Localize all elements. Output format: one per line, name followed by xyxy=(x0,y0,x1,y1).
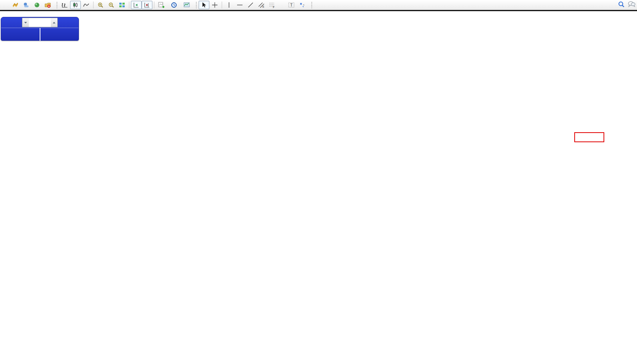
autotrading-icon xyxy=(45,2,51,8)
trendline-tool-button[interactable] xyxy=(245,1,256,9)
sell-price[interactable] xyxy=(1,28,40,41)
arrows-tool-button[interactable] xyxy=(297,1,309,9)
auto-scroll-button[interactable] xyxy=(131,1,142,9)
navigator-icon xyxy=(34,2,40,8)
zoom-out-icon xyxy=(108,2,114,8)
auto-scroll-icon xyxy=(133,2,139,8)
tile-windows-icon xyxy=(119,2,125,8)
crosshair-tool-button[interactable] xyxy=(209,1,220,9)
candlestick-chart-button[interactable] xyxy=(70,1,81,9)
toolbar-grip xyxy=(196,2,197,8)
arrows-icon xyxy=(299,2,305,8)
svg-text:F: F xyxy=(273,6,274,8)
chat-icon[interactable] xyxy=(628,1,634,7)
tile-windows-button[interactable] xyxy=(117,1,127,9)
zoom-out-button[interactable] xyxy=(106,1,117,9)
text-label-tool-button[interactable]: T xyxy=(286,1,297,9)
autotrading-button[interactable] xyxy=(42,1,55,9)
volume-increase-button[interactable] xyxy=(51,18,57,27)
vertical-line-tool-button[interactable] xyxy=(224,1,234,9)
volume-input[interactable] xyxy=(29,20,51,26)
vertical-line-icon xyxy=(226,2,232,8)
one-click-trading-panel xyxy=(1,17,79,41)
candlestick-chart-icon xyxy=(72,2,79,8)
profiles-button[interactable] xyxy=(169,1,181,9)
window-edge xyxy=(0,10,637,11)
data-window-icon xyxy=(23,2,29,8)
fibonacci-icon: F xyxy=(269,2,275,8)
equidistant-channel-icon: E xyxy=(258,2,264,8)
volume-stepper xyxy=(22,18,58,27)
bar-chart-button[interactable] xyxy=(59,1,70,9)
zoom-in-icon xyxy=(97,2,104,8)
zoom-in-button[interactable] xyxy=(95,1,106,9)
mt4-window: E F T xyxy=(0,0,637,364)
price-callout-label[interactable] xyxy=(574,132,604,142)
cursor-tool-button[interactable] xyxy=(199,1,209,9)
data-window-button[interactable] xyxy=(21,1,32,9)
chart-shift-icon xyxy=(144,2,150,8)
horizontal-line-icon xyxy=(237,2,243,8)
chart-canvas[interactable] xyxy=(0,0,637,364)
toolbar-grip xyxy=(56,2,58,8)
buy-price[interactable] xyxy=(40,28,79,41)
crosshair-icon xyxy=(212,2,218,8)
cursor-icon xyxy=(201,2,207,8)
toolbar-separator xyxy=(154,2,154,8)
fibonacci-tool-button[interactable]: F xyxy=(267,1,278,9)
new-order-button[interactable] xyxy=(2,1,10,9)
horizontal-line-tool-button[interactable] xyxy=(234,1,245,9)
toolbar-separator xyxy=(222,2,222,8)
templates-icon xyxy=(184,2,190,8)
market-watch-icon xyxy=(12,2,18,8)
toolbar-separator xyxy=(93,2,94,8)
toolbar: E F T xyxy=(0,0,637,10)
line-chart-button[interactable] xyxy=(81,1,92,9)
chart-shift-button[interactable] xyxy=(142,1,152,9)
new-chart-button[interactable] xyxy=(156,1,169,9)
svg-text:E: E xyxy=(262,5,264,8)
new-chart-icon xyxy=(158,2,164,8)
search-icon[interactable] xyxy=(618,1,624,7)
profiles-icon xyxy=(171,2,177,8)
trendline-icon xyxy=(247,2,254,8)
svg-text:T: T xyxy=(290,3,293,7)
bar-chart-icon xyxy=(62,2,68,8)
toolbar-separator xyxy=(129,2,129,8)
text-tool-button[interactable] xyxy=(278,1,286,9)
volume-decrease-button[interactable] xyxy=(22,18,29,27)
toolbar-grip xyxy=(311,2,313,8)
line-chart-icon xyxy=(83,2,89,8)
templates-button[interactable] xyxy=(181,1,194,9)
market-watch-button[interactable] xyxy=(10,1,21,9)
text-label-icon: T xyxy=(288,2,294,8)
navigator-button[interactable] xyxy=(32,1,42,9)
equidistant-channel-tool-button[interactable]: E xyxy=(256,1,267,9)
